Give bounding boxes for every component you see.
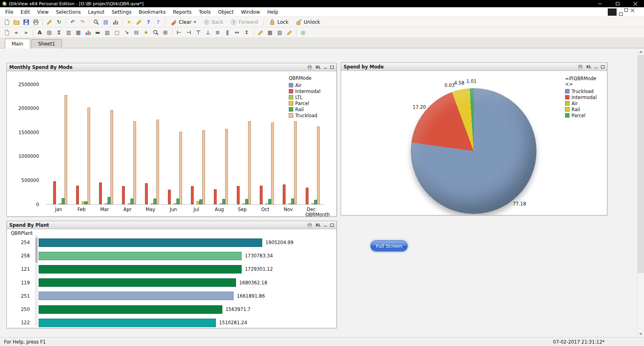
edit-script-icon[interactable] [45, 18, 54, 27]
plant-row-254[interactable]: 2541905204.99 [10, 238, 294, 247]
bar-truckload-jul[interactable] [202, 130, 205, 204]
menu-settings[interactable]: Settings [108, 8, 135, 16]
align-right-icon[interactable]: ⊣ [184, 28, 193, 37]
bar-intermodal-sep[interactable] [237, 186, 240, 204]
align-top-icon[interactable]: ⊤ [194, 28, 203, 37]
menu-help[interactable]: Help [263, 8, 282, 16]
plant-bar-119[interactable] [39, 278, 236, 287]
bar-parcel-feb[interactable] [82, 201, 85, 204]
bar-parcel-dec[interactable] [311, 203, 314, 204]
legend-item-air[interactable]: Air [565, 100, 605, 106]
scrollbar-thumb[interactable] [638, 55, 644, 273]
plant-bar-122[interactable] [39, 319, 216, 327]
document-minimize-button[interactable] [608, 8, 617, 16]
bar-parcel-apr[interactable] [128, 203, 130, 204]
bar-intermodal-feb[interactable] [76, 186, 79, 204]
find-icon[interactable] [91, 18, 101, 27]
bar-truckload-nov[interactable] [294, 121, 297, 204]
align-bottom-icon[interactable]: ⊥ [203, 28, 213, 37]
plant-row-258[interactable]: 2581730783.34 [10, 252, 273, 260]
bar-parcel-aug[interactable] [219, 203, 222, 204]
button-icon[interactable]: ▢ [112, 28, 122, 37]
bar-intermodal-jan[interactable] [53, 181, 56, 204]
scroll-down-icon[interactable] [638, 331, 644, 337]
scroll-up-icon[interactable] [638, 48, 644, 55]
undo-icon[interactable]: ↶ [68, 18, 77, 27]
bar-parcel-mar[interactable] [105, 203, 108, 204]
plant-bar-250[interactable] [39, 305, 222, 314]
bar-rail-nov[interactable] [291, 199, 294, 204]
legend-item-rail[interactable]: Rail [289, 106, 336, 112]
caption-minimize-icon[interactable] [324, 226, 327, 226]
spend-by-plant-chart-window[interactable]: Spend By Plant XL QBRPlant 2541905204.99… [6, 221, 337, 328]
plant-row-251[interactable]: 2511661891.86 [10, 292, 265, 300]
bar-rail-sep[interactable] [245, 199, 248, 204]
window-close-button[interactable] [626, 0, 644, 7]
webview-icon[interactable]: ◎ [298, 28, 308, 37]
spend-by-plant-chart-body[interactable]: QBRPlant 2541905204.992581730783.3412117… [7, 229, 336, 328]
menu-selections[interactable]: Selections [52, 8, 85, 16]
current-selections-icon[interactable]: ▤ [101, 18, 110, 27]
unlock-button[interactable]: Unlock [292, 18, 323, 27]
demote-sheet-icon[interactable]: » [21, 28, 31, 37]
legend-item-truckload[interactable]: Truckload [289, 112, 336, 118]
list-box-icon[interactable]: ▤ [45, 28, 54, 37]
caption-print-icon[interactable] [307, 65, 312, 70]
plant-bar-251[interactable] [39, 292, 234, 300]
caption-maximize-icon[interactable] [330, 224, 334, 227]
caption-excel-icon[interactable]: XL [315, 65, 321, 69]
bar-parcel-sep[interactable] [242, 203, 245, 204]
bar-truckload-sep[interactable] [248, 121, 251, 204]
menu-tools[interactable]: Tools [195, 8, 214, 16]
center-horizontal-icon[interactable]: ≡ [213, 28, 222, 37]
bar-intermodal-apr[interactable] [122, 186, 125, 204]
bar-parcel-jun[interactable] [174, 203, 176, 204]
format-painter-icon[interactable] [256, 28, 265, 37]
caption-minimize-icon[interactable] [594, 68, 598, 68]
bar-rail-mar[interactable] [108, 197, 110, 204]
caption-excel-icon[interactable]: XL [586, 65, 591, 69]
legend-item-intermodal[interactable]: Intermodal [289, 88, 336, 94]
legend-item-ltl[interactable]: LTL [289, 94, 336, 100]
window-minimize-button[interactable] [591, 0, 609, 7]
bar-intermodal-jul[interactable] [191, 186, 194, 204]
bar-truckload-mar[interactable] [110, 110, 113, 204]
bar-intermodal-jun[interactable] [168, 190, 171, 204]
multi-box-icon[interactable]: ▥ [64, 28, 73, 37]
monthly-spend-chart-window[interactable]: Monthly Spend By Mode XL QBRMode AirInte… [6, 63, 337, 217]
full-screen-button[interactable]: Full Screen [371, 240, 408, 251]
menu-reports[interactable]: Reports [169, 8, 195, 16]
spend-by-plant-caption[interactable]: Spend By Plant XL [7, 221, 336, 229]
bar-parcel-nov[interactable] [288, 203, 291, 204]
print-icon[interactable] [31, 18, 40, 27]
slider-icon[interactable]: ⊟ [132, 28, 141, 37]
document-close-button[interactable] [630, 8, 639, 16]
reload-icon[interactable]: ↻ [54, 18, 64, 27]
bar-rail-dec[interactable] [314, 200, 317, 204]
bar-rail-feb[interactable] [85, 201, 87, 204]
bar-rail-jun[interactable] [176, 199, 179, 204]
spend-by-mode-chart-body[interactable]: =if(QBRMode <> TruckloadIntermodalAirRai… [341, 71, 607, 215]
input-box-icon[interactable]: ▬ [93, 28, 102, 37]
bar-intermodal-mar[interactable] [99, 182, 102, 204]
bar-rail-jul[interactable] [199, 199, 202, 204]
caption-print-icon[interactable] [307, 223, 312, 228]
line-arrow-icon[interactable]: ↘ [122, 28, 131, 37]
plant-bar-254[interactable] [39, 238, 262, 247]
plant-bar-121[interactable] [39, 265, 242, 273]
bar-truckload-jun[interactable] [179, 132, 182, 204]
menu-object[interactable]: Object [214, 8, 237, 16]
bookmark-star-icon[interactable]: ★ [124, 18, 134, 27]
legend-item-rail[interactable]: Rail [565, 106, 605, 112]
legend-item-intermodal[interactable]: Intermodal [565, 94, 605, 100]
menu-edit[interactable]: Edit [17, 8, 33, 16]
edit-module-icon[interactable] [285, 28, 294, 37]
clear-dropdown-caret-icon[interactable] [194, 21, 196, 23]
open-file-icon[interactable] [12, 18, 21, 27]
bar-rail-jan[interactable] [62, 198, 64, 204]
space-vertical-icon[interactable]: ↕ [242, 28, 251, 37]
bar-intermodal-oct[interactable] [260, 186, 263, 204]
monthly-spend-caption[interactable]: Monthly Spend By Mode XL [7, 63, 336, 71]
bar-parcel-may[interactable] [151, 203, 153, 204]
menu-layout[interactable]: Layout [84, 8, 108, 16]
